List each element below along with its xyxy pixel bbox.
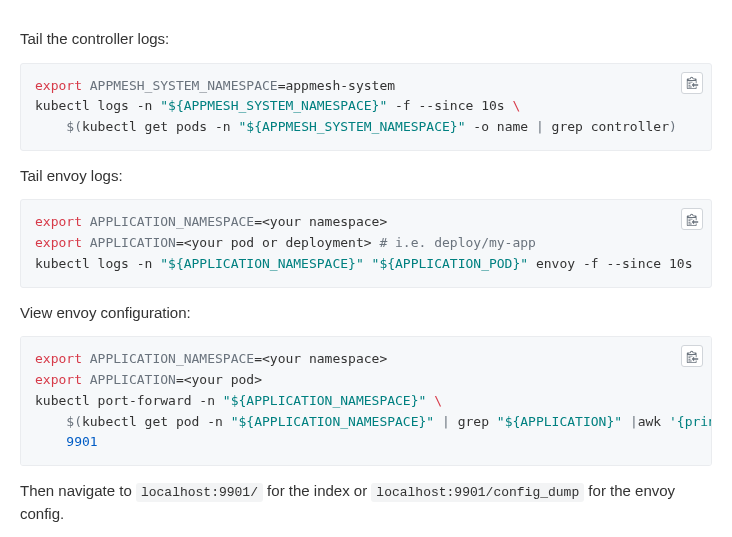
inline-code-index: localhost:9901/ — [136, 483, 263, 502]
codeblock-envoy-config: export APPLICATION_NAMESPACE=<your names… — [20, 336, 712, 466]
code-content: export APPLICATION_NAMESPACE=<your names… — [35, 212, 697, 274]
codeblock-envoy-logs: export APPLICATION_NAMESPACE=<your names… — [20, 199, 712, 287]
code-content: export APPMESH_SYSTEM_NAMESPACE=appmesh-… — [35, 76, 697, 138]
para-tail-controller: Tail the controller logs: — [20, 28, 712, 51]
copy-button[interactable] — [681, 208, 703, 230]
copy-button[interactable] — [681, 345, 703, 367]
inline-code-config-dump: localhost:9901/config_dump — [371, 483, 584, 502]
codeblock-controller-logs: export APPMESH_SYSTEM_NAMESPACE=appmesh-… — [20, 63, 712, 151]
para-view-config: View envoy configuration: — [20, 302, 712, 325]
code-content: export APPLICATION_NAMESPACE=<your names… — [35, 349, 697, 453]
copy-icon — [686, 350, 699, 363]
copy-icon — [686, 76, 699, 89]
para-navigate: Then navigate to localhost:9901/ for the… — [20, 480, 712, 525]
para-tail-envoy: Tail envoy logs: — [20, 165, 712, 188]
copy-icon — [686, 213, 699, 226]
copy-button[interactable] — [681, 72, 703, 94]
